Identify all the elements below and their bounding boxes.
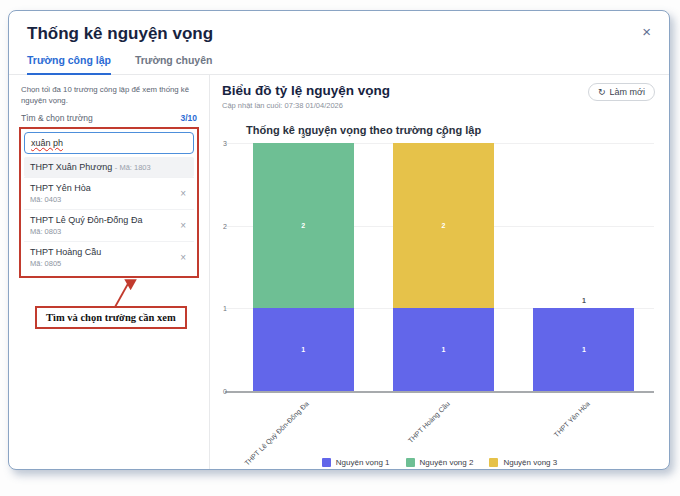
bar-segment[interactable]: 2 bbox=[393, 143, 494, 308]
bar-segment[interactable]: 2 bbox=[253, 143, 354, 308]
bar-total-label: 1 bbox=[533, 297, 634, 304]
refresh-button[interactable]: ↻ Làm mới bbox=[588, 83, 655, 101]
close-icon[interactable]: × bbox=[642, 24, 651, 39]
search-input[interactable]: xuân ph bbox=[24, 132, 194, 154]
last-updated-text: Cập nhật lần cuối: 07:38 01/04/2026 bbox=[222, 101, 390, 110]
y-axis-tick-label: 3 bbox=[211, 140, 227, 147]
y-axis-tick-label: 2 bbox=[211, 222, 227, 229]
selected-school-item: THPT Lê Quý Đôn-Đống Đa Mã: 0803 × bbox=[24, 209, 194, 241]
tabs-bar: Trường công lập Trường chuyên bbox=[9, 54, 669, 75]
remove-school-icon[interactable]: × bbox=[178, 220, 188, 231]
x-axis-line bbox=[225, 391, 654, 393]
suggestion-school-code: - Mã: 1803 bbox=[115, 163, 151, 172]
legend-swatch bbox=[489, 458, 498, 467]
refresh-button-label: Làm mới bbox=[610, 87, 645, 97]
legend-swatch bbox=[406, 458, 415, 467]
tab-truong-cong-lap[interactable]: Trường công lập bbox=[27, 54, 111, 75]
bar-value-label: 1 bbox=[301, 346, 305, 353]
bar-segment[interactable]: 1 bbox=[253, 308, 354, 391]
y-axis-tick-label: 0 bbox=[211, 388, 227, 395]
selected-school-item: THPT Hoàng Cầu Mã: 0805 × bbox=[24, 241, 194, 273]
chart-panel: Biểu đồ tỷ lệ nguyện vọng Cập nhật lần c… bbox=[210, 75, 669, 469]
modal-title: Thống kê nguyện vọng bbox=[27, 24, 213, 44]
selection-instruction: Chọn tối đa 10 trường công lập để xem th… bbox=[21, 85, 199, 106]
bar-value-label: 1 bbox=[442, 346, 446, 353]
annotation-zone: Tìm và chọn trường cần xem bbox=[19, 278, 199, 348]
bar-total-label: 3 bbox=[393, 132, 494, 139]
legend-label: Nguyện vọng 2 bbox=[420, 458, 474, 467]
school-code: Mã: 0803 bbox=[30, 227, 178, 236]
statistics-modal: Thống kê nguyện vọng × Trường công lập T… bbox=[8, 10, 670, 470]
school-code: Mã: 0403 bbox=[30, 195, 178, 204]
bar-value-label: 1 bbox=[582, 346, 586, 353]
bar-segment[interactable]: 1 bbox=[533, 308, 634, 391]
search-label: Tìm & chọn trường bbox=[21, 113, 93, 123]
school-name: THPT Yên Hòa bbox=[30, 183, 178, 193]
selected-school-item: THPT Yên Hòa Mã: 0403 × bbox=[24, 177, 194, 209]
bar-value-label: 2 bbox=[301, 222, 305, 229]
bar-value-label: 2 bbox=[442, 222, 446, 229]
legend-label: Nguyện vọng 1 bbox=[336, 458, 390, 467]
refresh-icon: ↻ bbox=[598, 87, 606, 97]
tab-truong-chuyen[interactable]: Trường chuyên bbox=[135, 54, 213, 74]
legend-item[interactable]: Nguyện vọng 2 bbox=[406, 458, 474, 467]
bar-segment[interactable]: 1 bbox=[393, 308, 494, 391]
selection-count-badge: 3/10 bbox=[180, 113, 197, 123]
annotation-highlight-box: xuân ph THPT Xuân Phương - Mã: 1803 THPT… bbox=[19, 127, 199, 278]
legend-swatch bbox=[322, 458, 331, 467]
search-suggestion-item[interactable]: THPT Xuân Phương - Mã: 1803 bbox=[24, 157, 194, 177]
legend-item[interactable]: Nguyện vọng 1 bbox=[322, 458, 390, 467]
stacked-bar-chart: 0123123THPT Lê Quý Đôn-Đống Đa123THPT Ho… bbox=[210, 125, 669, 467]
chart-panel-title: Biểu đồ tỷ lệ nguyện vọng bbox=[222, 83, 390, 98]
school-name: THPT Lê Quý Đôn-Đống Đa bbox=[30, 215, 178, 225]
bar-total-label: 3 bbox=[253, 132, 354, 139]
suggestion-school-name: THPT Xuân Phương bbox=[30, 162, 112, 172]
chart-legend: Nguyện vọng 1Nguyện vọng 2Nguyện vọng 3 bbox=[210, 458, 669, 467]
legend-label: Nguyện vọng 3 bbox=[503, 458, 557, 467]
remove-school-icon[interactable]: × bbox=[178, 188, 188, 199]
y-axis-tick-label: 1 bbox=[211, 305, 227, 312]
modal-header: Thống kê nguyện vọng × Trường công lập T… bbox=[9, 11, 669, 75]
legend-item[interactable]: Nguyện vọng 3 bbox=[489, 458, 557, 467]
school-name: THPT Hoàng Cầu bbox=[30, 247, 178, 257]
school-selection-sidebar: Chọn tối đa 10 trường công lập để xem th… bbox=[9, 75, 210, 469]
annotation-arrow-icon bbox=[19, 278, 199, 308]
annotation-label: Tìm và chọn trường cần xem bbox=[35, 306, 187, 329]
school-code: Mã: 0805 bbox=[30, 259, 178, 268]
remove-school-icon[interactable]: × bbox=[178, 252, 188, 263]
search-input-value: xuân ph bbox=[31, 138, 63, 148]
